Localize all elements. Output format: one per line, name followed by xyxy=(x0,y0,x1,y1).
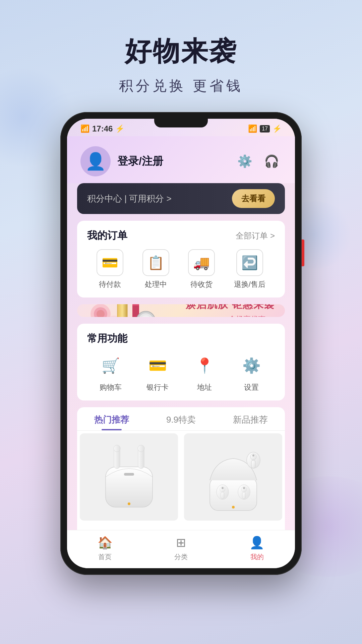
product-image-airpods-gen1 xyxy=(80,433,178,521)
order-pending-payment[interactable]: 💳 待付款 xyxy=(97,249,123,289)
profile-icon: 👤 xyxy=(249,536,264,550)
address-icon: 📍 xyxy=(191,352,218,379)
headset-button[interactable]: 🎧 xyxy=(261,151,282,171)
svg-point-34 xyxy=(252,454,254,457)
promotion-banner[interactable]: 焕启肌肤 钜惠来袭 — 全场享优惠 — xyxy=(77,304,285,317)
gear-icon: ⚙️ xyxy=(237,154,252,168)
banner-title: 焕启肌肤 钜惠来袭 xyxy=(186,304,275,312)
settings-icon: ⚙️ xyxy=(238,352,265,379)
category-label: 分类 xyxy=(174,552,188,561)
product-tabs: 热门推荐 9.9特卖 新品推荐 xyxy=(77,407,285,431)
tab-99-sale[interactable]: 9.9特卖 xyxy=(146,407,216,430)
cosmetics-illustration xyxy=(87,304,161,317)
processing-label: 处理中 xyxy=(145,279,167,289)
function-cart[interactable]: 🛒 购物车 xyxy=(97,352,124,392)
all-orders-link[interactable]: 全部订单 > xyxy=(236,230,275,241)
side-button-right xyxy=(302,239,304,266)
avatar[interactable]: 👤 xyxy=(80,146,111,176)
function-address[interactable]: 📍 地址 xyxy=(191,352,218,392)
hero-subtitle: 积分兑换 更省钱 xyxy=(119,76,243,95)
screen-content: 👤 登录/注册 ⚙️ 🎧 积分中心 | 可用积分 > 去看看 xyxy=(67,136,295,530)
points-bar: 积分中心 | 可用积分 > 去看看 xyxy=(77,183,285,214)
pending-payment-label: 待付款 xyxy=(99,279,121,289)
nav-category[interactable]: ⊞ 分类 xyxy=(143,536,219,561)
products-grid xyxy=(77,431,285,530)
order-processing[interactable]: 📋 处理中 xyxy=(142,249,169,289)
svg-rect-25 xyxy=(221,492,224,499)
headset-icon: 🎧 xyxy=(264,154,279,168)
points-text: 积分中心 | 可用积分 > xyxy=(87,193,172,205)
profile-icons: ⚙️ 🎧 xyxy=(235,151,282,171)
pending-payment-icon: 💳 xyxy=(97,249,123,276)
tab-new-products[interactable]: 新品推荐 xyxy=(216,407,285,430)
cart-icon: 🛒 xyxy=(97,352,124,379)
phone-frame: 📶 17:46 ⚡ 📶 17 ⚡ 👤 登录/注册 xyxy=(60,112,302,575)
pending-delivery-label: 待收货 xyxy=(190,279,213,289)
points-button[interactable]: 去看看 xyxy=(232,189,275,208)
airpods-gen3-illustration xyxy=(196,440,270,514)
orders-title: 我的订单 xyxy=(87,229,127,243)
tab-hot-recommendations[interactable]: 热门推荐 xyxy=(77,407,146,430)
banner-right: 焕启肌肤 钜惠来袭 — 全场享优惠 — xyxy=(171,304,285,317)
orders-section: 我的订单 全部订单 > 💳 待付款 📋 处理中 🚚 待收货 xyxy=(77,221,285,298)
pending-delivery-icon: 🚚 xyxy=(188,249,215,276)
product-image-airpods-gen3 xyxy=(184,433,282,521)
return-label: 退换/售后 xyxy=(234,279,265,289)
svg-point-35 xyxy=(232,506,235,508)
hero-title: 好物来袭 xyxy=(125,34,237,70)
svg-rect-5 xyxy=(117,304,127,317)
function-settings[interactable]: ⚙️ 设置 xyxy=(238,352,265,392)
svg-point-33 xyxy=(243,487,245,489)
svg-rect-28 xyxy=(242,492,246,499)
notch xyxy=(154,118,208,127)
status-left: 📶 17:46 ⚡ xyxy=(80,124,124,133)
functions-title: 常用功能 xyxy=(87,332,127,345)
functions-header: 常用功能 xyxy=(87,332,275,345)
product-airpods-gen3[interactable] xyxy=(184,433,282,521)
cart-label: 购物车 xyxy=(100,382,122,392)
order-return[interactable]: ↩️ 退换/售后 xyxy=(234,249,265,289)
processing-icon: 📋 xyxy=(142,249,169,276)
function-bank[interactable]: 💳 银行卡 xyxy=(144,352,171,392)
home-icon: 🏠 xyxy=(98,536,113,550)
svg-point-19 xyxy=(138,445,144,452)
nav-home[interactable]: 🏠 首页 xyxy=(67,536,143,561)
status-time: 17:46 xyxy=(92,124,113,133)
flash-icon: ⚡ xyxy=(115,124,124,133)
battery-bolt-icon: ⚡ xyxy=(273,124,282,133)
address-label: 地址 xyxy=(197,382,212,392)
profile-left: 👤 登录/注册 xyxy=(80,146,163,176)
product-airpods-gen1[interactable] xyxy=(80,433,178,521)
login-register-button[interactable]: 登录/注册 xyxy=(117,154,163,169)
profile-section: 👤 登录/注册 ⚙️ 🎧 xyxy=(67,136,295,183)
svg-point-17 xyxy=(114,445,120,452)
phone-screen: 📶 17:46 ⚡ 📶 17 ⚡ 👤 登录/注册 xyxy=(67,119,295,568)
bank-icon: 💳 xyxy=(144,352,171,379)
banner-subtitle: — 全场享优惠 — xyxy=(219,314,275,317)
status-right: 📶 17 ⚡ xyxy=(248,124,282,133)
wifi-icon: 📶 xyxy=(248,124,257,133)
order-icons: 💳 待付款 📋 处理中 🚚 待收货 ↩️ 退换/售后 xyxy=(87,249,275,289)
bottom-navigation: 🏠 首页 ⊞ 分类 👤 我的 xyxy=(67,530,295,568)
user-icon: 👤 xyxy=(85,152,106,171)
orders-header: 我的订单 全部订单 > xyxy=(87,229,275,243)
category-icon: ⊞ xyxy=(176,536,186,550)
battery-icon: 17 xyxy=(260,125,270,132)
bank-label: 银行卡 xyxy=(146,382,169,392)
svg-point-32 xyxy=(222,487,224,489)
svg-rect-20 xyxy=(124,473,134,476)
settings-label: 设置 xyxy=(244,382,259,392)
home-label: 首页 xyxy=(98,552,112,561)
function-icons: 🛒 购物车 💳 银行卡 📍 地址 ⚙️ 设置 xyxy=(87,352,275,392)
banner-left xyxy=(77,304,171,317)
profile-label: 我的 xyxy=(250,552,264,561)
nav-profile[interactable]: 👤 我的 xyxy=(219,536,295,561)
order-pending-delivery[interactable]: 🚚 待收货 xyxy=(188,249,215,289)
settings-button[interactable]: ⚙️ xyxy=(235,151,255,171)
signal-icon: 📶 xyxy=(80,124,89,133)
functions-section: 常用功能 🛒 购物车 💳 银行卡 📍 地址 xyxy=(77,324,285,400)
svg-point-21 xyxy=(128,502,130,505)
svg-rect-9 xyxy=(132,304,139,306)
svg-rect-31 xyxy=(251,460,255,468)
airpods-gen1-illustration xyxy=(96,440,163,514)
